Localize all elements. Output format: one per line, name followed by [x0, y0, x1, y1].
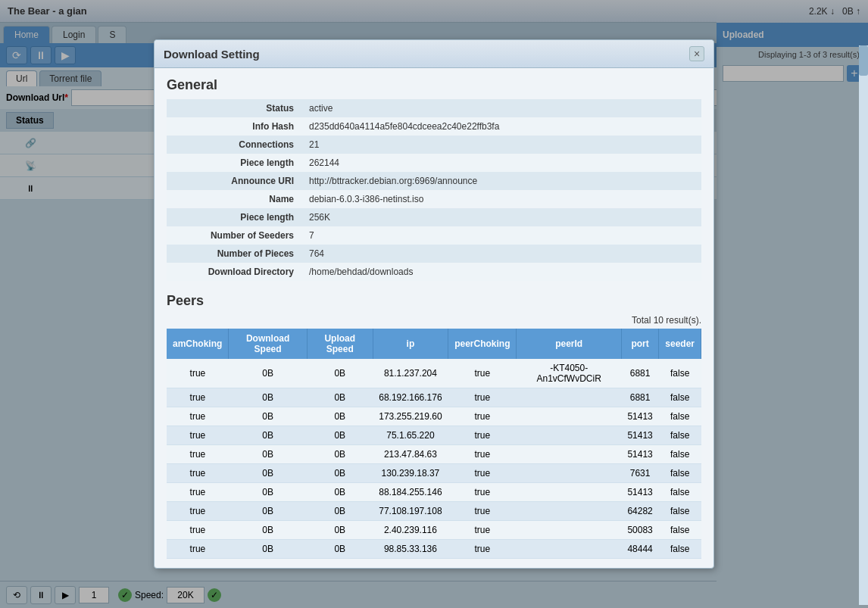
peer-row: true0B0B77.108.197.108true64282false — [167, 502, 701, 521]
peer-row: true0B0B98.85.33.136true48444false — [167, 540, 701, 559]
info-row: Namedebian-6.0.3-i386-netinst.iso — [167, 190, 701, 208]
info-row: Connections21 — [167, 136, 701, 154]
general-section-title: General — [167, 77, 701, 93]
modal-body: General StatusactiveInfo Hashd235dd640a4… — [155, 68, 713, 568]
scrollbar-track[interactable] — [859, 45, 868, 605]
info-row: Info Hashd235dd640a4114a5fe804cdceea2c40… — [167, 117, 701, 136]
peer-row: true0B0B88.184.255.146true51413false — [167, 483, 701, 502]
peer-row: true0B0B130.239.18.37true7631false — [167, 464, 701, 483]
info-row: Download Directory/home/behdad/downloads — [167, 263, 701, 281]
peer-row: true0B0B68.192.166.176true6881false — [167, 388, 701, 407]
info-row: Piece length256K — [167, 208, 701, 226]
general-info-table: StatusactiveInfo Hashd235dd640a4114a5fe8… — [167, 99, 701, 281]
info-row: Piece length262144 — [167, 154, 701, 172]
peer-row: true0B0B173.255.219.60true51413false — [167, 407, 701, 426]
peers-section-title: Peers — [167, 293, 701, 309]
peers-table: amChokingDownload SpeedUpload Speedippee… — [167, 329, 701, 559]
info-row: Number of Seeders7 — [167, 226, 701, 245]
peers-total: Total 10 result(s). — [167, 315, 701, 326]
peer-row: true0B0B2.40.239.116true50083false — [167, 521, 701, 540]
info-row: Number of Pieces764 — [167, 245, 701, 263]
info-row: Statusactive — [167, 99, 701, 117]
download-setting-modal: Download Setting × General StatusactiveI… — [154, 39, 714, 569]
scrollbar-thumb[interactable] — [859, 45, 868, 76]
modal-titlebar: Download Setting × — [155, 40, 713, 68]
modal-close-button[interactable]: × — [689, 46, 704, 61]
info-row: Announce URIhttp://bttracker.debian.org:… — [167, 172, 701, 190]
modal-overlay: Download Setting × General StatusactiveI… — [0, 0, 868, 608]
peer-row: true0B0B75.1.65.220true51413false — [167, 426, 701, 445]
peer-row: true0B0B81.1.237.204true-KT4050-An1vCfWv… — [167, 359, 701, 388]
modal-title: Download Setting — [164, 48, 260, 61]
peer-row: true0B0B213.47.84.63true51413false — [167, 445, 701, 464]
